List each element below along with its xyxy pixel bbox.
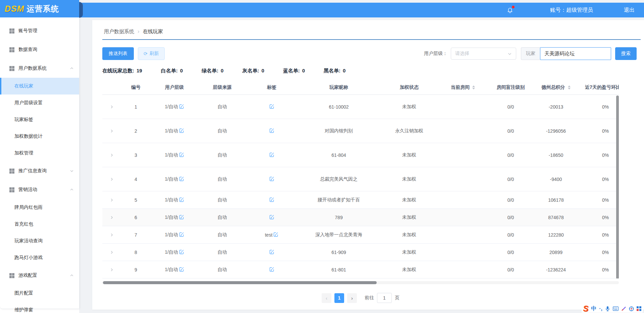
- table-row: 41/自动 自动 总裁完美风气因之未加权0/0-94000%: [102, 167, 619, 191]
- column-header-label: 层级来源: [213, 84, 232, 90]
- expand-row-icon[interactable]: [110, 153, 114, 157]
- sidebar-item-player-tags[interactable]: 玩家标签: [0, 111, 79, 128]
- breadcrumb-parent[interactable]: 用户数据系统: [104, 28, 134, 35]
- expand-row-icon[interactable]: [110, 129, 114, 133]
- sidebar-item-user-data-system[interactable]: 用户数据系统: [0, 59, 79, 78]
- stat-value: 0: [221, 68, 223, 74]
- user-level-cell: 1/自动: [151, 232, 198, 238]
- sidebar-item-data-query[interactable]: 数据查询: [0, 40, 79, 59]
- toolbox-icon[interactable]: [629, 306, 634, 311]
- vertical-scrollbar[interactable]: [616, 96, 619, 278]
- current-page-button[interactable]: 1: [334, 293, 344, 303]
- sidebar-item-maintenance-popup[interactable]: 维护弹窗: [0, 302, 79, 313]
- punctuation-mode-icon[interactable]: ·,: [599, 306, 602, 312]
- texas-points-cell: 106178: [533, 197, 579, 203]
- user-level-value: 1/自动: [165, 176, 178, 182]
- expand-row-icon[interactable]: [110, 215, 114, 220]
- expand-row-icon[interactable]: [110, 233, 114, 237]
- sort-asc-icon[interactable]: [568, 85, 571, 87]
- weighting-status-cell: 未加权: [381, 214, 438, 221]
- stat-label: 蓝名单:: [283, 68, 300, 74]
- sidebar-item-account-management[interactable]: 账号管理: [0, 21, 79, 40]
- expand-cell: [102, 268, 121, 272]
- column-header-texas-total-points[interactable]: 德州总积分: [533, 84, 579, 90]
- logout-button[interactable]: 退出: [624, 7, 635, 14]
- refresh-button[interactable]: ⟳ 刷新: [138, 47, 165, 60]
- edit-tag-icon[interactable]: [269, 152, 274, 158]
- edit-user-level-icon[interactable]: [179, 249, 184, 255]
- edit-user-level-icon[interactable]: [179, 267, 184, 273]
- edit-user-level-icon[interactable]: [179, 104, 184, 110]
- sidebar-item-in-game-redpacket-rain[interactable]: 牌局内红包雨: [0, 199, 79, 216]
- stat-label: 在线玩家总数:: [102, 68, 134, 74]
- sidebar-item-marketing-activities[interactable]: 营销活动: [0, 180, 79, 199]
- edit-tag-icon[interactable]: [269, 214, 274, 221]
- expand-row-icon[interactable]: [110, 105, 114, 109]
- edit-user-level-icon[interactable]: [179, 152, 184, 158]
- sidebar-item-image-config[interactable]: 图片配置: [0, 285, 79, 302]
- edit-tag-icon[interactable]: [273, 232, 278, 238]
- edit-user-level-icon[interactable]: [179, 197, 184, 203]
- expand-row-icon[interactable]: [110, 268, 114, 272]
- index-cell: 1: [121, 104, 151, 110]
- expand-row-icon[interactable]: [110, 250, 114, 254]
- search-button[interactable]: 搜索: [615, 47, 637, 60]
- voice-input-icon[interactable]: [605, 306, 610, 311]
- notification-bell-icon[interactable]: [507, 7, 513, 14]
- next-page-button[interactable]: ›: [347, 293, 357, 303]
- expand-row-icon[interactable]: [110, 198, 114, 202]
- sidebar-item-player-activity-query[interactable]: 玩家活动查询: [0, 233, 79, 249]
- sidebar-item-weighting-management[interactable]: 加权管理: [0, 145, 79, 162]
- grid-menu-icon[interactable]: [637, 306, 641, 311]
- edit-user-level-icon[interactable]: [179, 232, 184, 238]
- tag-cell: [247, 267, 297, 273]
- horizontal-scrollbar-thumb[interactable]: [103, 281, 377, 284]
- index-cell: 6: [121, 215, 151, 220]
- edit-user-level-icon[interactable]: [179, 176, 184, 182]
- prev-page-button[interactable]: ‹: [322, 293, 331, 303]
- expand-row-icon[interactable]: [110, 177, 114, 181]
- user-level-select[interactable]: 请选择: [451, 48, 516, 60]
- edit-tag-icon[interactable]: [269, 249, 274, 255]
- edit-tag-icon[interactable]: [269, 267, 274, 273]
- sort-desc-icon[interactable]: [472, 88, 475, 89]
- sidebar-item-online-players[interactable]: 在线玩家: [0, 78, 79, 95]
- logo-title-text: 运营系统: [27, 4, 59, 14]
- edit-tag-icon[interactable]: [269, 128, 274, 134]
- tag-cell: [247, 197, 297, 203]
- sort-desc-icon[interactable]: [568, 88, 571, 89]
- index-cell: 4: [121, 177, 151, 182]
- goto-page-input[interactable]: [377, 293, 392, 303]
- push-list-button[interactable]: 推送列表: [102, 47, 134, 60]
- sidebar-item-first-recharge-redpacket[interactable]: 首充红包: [0, 216, 79, 233]
- chevron-down-icon: [507, 52, 512, 56]
- edit-user-level-icon[interactable]: [179, 128, 184, 134]
- edit-tag-icon[interactable]: [269, 197, 274, 203]
- soft-keyboard-icon[interactable]: [613, 306, 619, 311]
- room-blind-level-cell: 0/0: [488, 267, 533, 272]
- edit-user-level-icon[interactable]: [179, 214, 184, 221]
- room-blind-level-cell: 0/0: [488, 152, 533, 158]
- sort-asc-icon[interactable]: [472, 85, 475, 87]
- sort-caret-icon[interactable]: [472, 85, 475, 89]
- chevron-up-icon: [70, 66, 74, 70]
- column-header-current-room[interactable]: 当前房间: [438, 84, 488, 90]
- sidebar-item-user-level-settings[interactable]: 用户层级设置: [0, 95, 79, 111]
- sidebar-item-promotion-info-query[interactable]: 推广信息查询: [0, 162, 79, 180]
- column-header-last7days-pnl-ratio[interactable]: 近7天的盈亏环比: [579, 84, 619, 90]
- edit-tag-icon[interactable]: [269, 104, 274, 110]
- player-search-input[interactable]: [540, 47, 611, 60]
- column-header-label: 玩家昵称: [329, 84, 348, 90]
- sidebar-item-label: 用户层级设置: [14, 100, 43, 106]
- sidebar-item-marquee-minigame[interactable]: 跑马灯小游戏: [0, 249, 79, 266]
- tag-cell: [247, 104, 297, 110]
- sidebar-item-game-config[interactable]: 游戏配置: [0, 266, 79, 285]
- player-label: 玩家: [521, 47, 540, 60]
- skin-brush-icon[interactable]: [621, 306, 626, 311]
- sogou-logo-icon[interactable]: S: [583, 305, 588, 312]
- chinese-mode-icon[interactable]: 中: [591, 305, 596, 312]
- room-blind-level-cell: 0/0: [488, 250, 533, 255]
- sidebar-item-weighting-stats[interactable]: 加权数据统计: [0, 128, 79, 145]
- sort-caret-icon[interactable]: [568, 85, 571, 89]
- edit-tag-icon[interactable]: [269, 176, 274, 182]
